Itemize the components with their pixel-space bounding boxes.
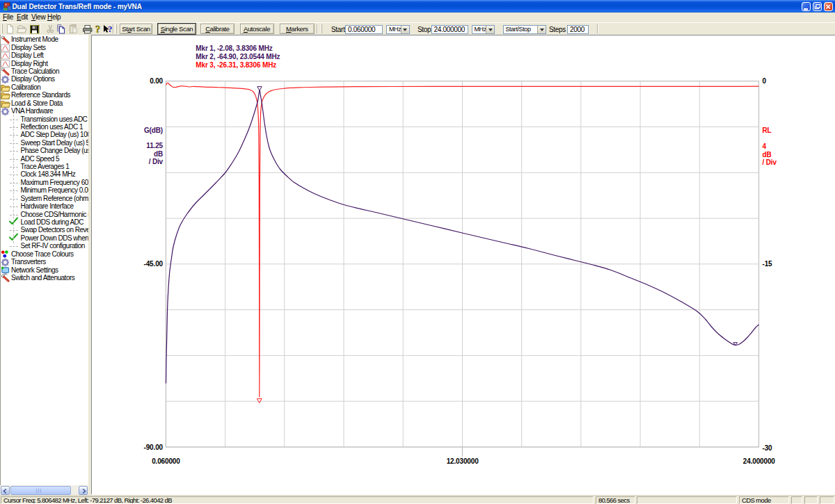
svg-text:?: ? [108, 24, 112, 34]
svg-text:?: ? [95, 24, 100, 35]
